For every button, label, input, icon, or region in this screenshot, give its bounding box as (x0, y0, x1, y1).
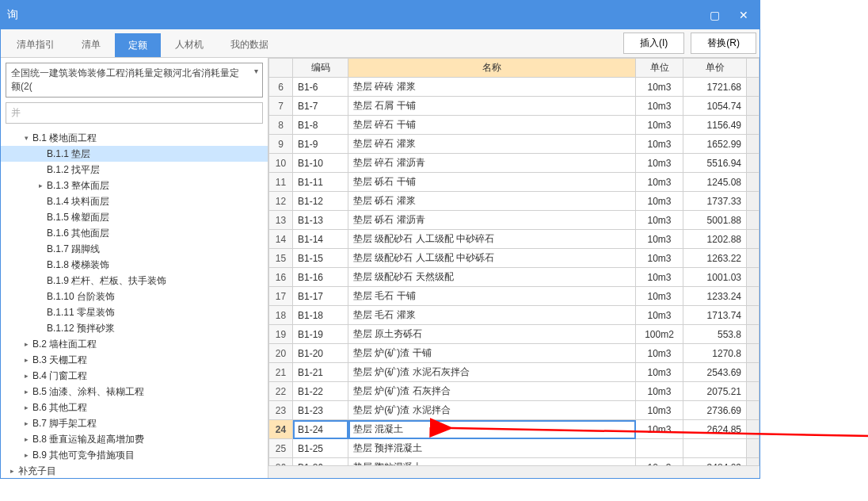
cell-price[interactable] (683, 439, 747, 458)
row-number[interactable]: 14 (269, 230, 293, 249)
cell-unit[interactable]: 10m3 (636, 401, 683, 420)
table-row[interactable]: 22B1-22垫层 炉(矿)渣 石灰拌合10m32075.21 (269, 382, 760, 401)
tree-item[interactable]: ▸B.5 油漆、涂料、裱糊工程 (1, 384, 268, 400)
expand-icon[interactable]: ▸ (7, 467, 17, 475)
cell-unit[interactable]: 10m3 (636, 249, 683, 268)
tree-item[interactable]: ▸B.4 门窗工程 (1, 368, 268, 384)
col-price[interactable]: 单价 (683, 59, 747, 78)
cell-price[interactable]: 1713.74 (683, 306, 747, 325)
cell-name[interactable]: 垫层 砾石 灌浆 (348, 192, 636, 211)
table-row[interactable]: 24B1-24垫层 混凝土10m32624.85 (269, 420, 760, 439)
row-number[interactable]: 17 (269, 287, 293, 306)
tree-item[interactable]: B.1.2 找平层 (1, 162, 268, 178)
col-code[interactable]: 编码 (293, 59, 348, 78)
col-name[interactable]: 名称 (348, 59, 636, 78)
tree-item[interactable]: B.1.11 零星装饰 (1, 304, 268, 320)
cell-name[interactable]: 垫层 炉(矿)渣 石灰拌合 (348, 382, 636, 401)
cell-unit[interactable]: 10m3 (636, 458, 683, 466)
tree-item[interactable]: B.1.9 栏杆、栏板、扶手装饰 (1, 273, 268, 289)
expand-icon[interactable]: ▸ (36, 182, 45, 189)
tree-item[interactable]: ▸B.8 垂直运输及超高增加费 (1, 431, 268, 447)
tab-mydata[interactable]: 我的数据 (218, 33, 281, 56)
row-number[interactable]: 24 (269, 420, 293, 439)
tree-item[interactable]: ▸B.1.3 整体面层 (1, 178, 268, 193)
tree-item[interactable]: B.1.5 橡塑面层 (1, 209, 268, 225)
table-row[interactable]: 21B1-21垫层 炉(矿)渣 水泥石灰拌合10m32543.69 (269, 363, 760, 382)
close-icon[interactable]: ✕ (734, 7, 753, 23)
expand-icon[interactable]: ▸ (21, 403, 31, 411)
table-row[interactable]: 18B1-18垫层 毛石 灌浆10m31713.74 (269, 306, 760, 325)
tree-item[interactable]: B.1.12 预拌砂浆 (1, 320, 268, 336)
expand-icon[interactable]: ▸ (21, 451, 31, 459)
data-grid[interactable]: 编码 名称 单位 单价 6B1-6垫层 碎砖 灌浆10m31721.687B1-… (268, 58, 760, 465)
table-row[interactable]: 20B1-20垫层 炉(矿)渣 干铺10m31270.8 (269, 344, 760, 363)
tree-item[interactable]: B.1.1 垫层 (1, 146, 268, 162)
tree-item[interactable]: B.1.4 块料面层 (1, 193, 268, 209)
cell-name[interactable]: 垫层 砾石 灌沥青 (348, 211, 636, 230)
expand-icon[interactable]: ▸ (21, 419, 31, 427)
cell-code[interactable]: B1-22 (293, 382, 348, 401)
table-row[interactable]: 11B1-11垫层 砾石 干铺10m31245.08 (269, 173, 760, 192)
cell-unit[interactable]: 10m3 (636, 211, 683, 230)
cell-name[interactable]: 垫层 碎石 灌浆 (348, 135, 636, 154)
table-row[interactable]: 16B1-16垫层 级配砂石 天然级配10m31001.03 (269, 268, 760, 287)
cell-code[interactable]: B1-20 (293, 344, 348, 363)
expand-icon[interactable]: ▸ (21, 435, 31, 443)
cell-price[interactable]: 5516.94 (683, 154, 747, 173)
row-number[interactable]: 11 (269, 173, 293, 192)
cell-unit[interactable]: 10m3 (636, 287, 683, 306)
cell-code[interactable]: B1-7 (293, 97, 348, 116)
row-number[interactable]: 9 (269, 135, 293, 154)
row-number[interactable]: 16 (269, 268, 293, 287)
cell-code[interactable]: B1-26 (293, 458, 348, 466)
row-number[interactable]: 21 (269, 363, 293, 382)
cell-price[interactable]: 1270.8 (683, 344, 747, 363)
cell-name[interactable]: 垫层 混凝土 (348, 420, 636, 439)
cell-name[interactable]: 垫层 预拌混凝土 (348, 439, 636, 458)
expand-icon[interactable]: ▸ (21, 388, 31, 396)
row-number[interactable]: 10 (269, 154, 293, 173)
cell-price[interactable]: 2543.69 (683, 363, 747, 382)
table-row[interactable]: 19B1-19垫层 原土夯砾石100m2553.8 (269, 325, 760, 344)
cell-unit[interactable]: 10m3 (636, 363, 683, 382)
cell-code[interactable]: B1-17 (293, 287, 348, 306)
cell-price[interactable]: 1245.08 (683, 173, 747, 192)
cell-unit[interactable]: 10m3 (636, 230, 683, 249)
row-number[interactable]: 25 (269, 439, 293, 458)
row-number[interactable]: 19 (269, 325, 293, 344)
cell-code[interactable]: B1-12 (293, 192, 348, 211)
cell-unit[interactable]: 10m3 (636, 382, 683, 401)
col-unit[interactable]: 单位 (636, 59, 683, 78)
cell-price[interactable]: 1156.49 (683, 116, 747, 135)
cell-code[interactable]: B1-25 (293, 439, 348, 458)
cell-code[interactable]: B1-24 (293, 420, 348, 439)
table-row[interactable]: 15B1-15垫层 级配砂石 人工级配 中砂砾石10m31263.22 (269, 249, 760, 268)
cell-name[interactable]: 垫层 毛石 干铺 (348, 287, 636, 306)
cell-name[interactable]: 垫层 陶粒混凝土 (348, 458, 636, 466)
cell-unit[interactable]: 10m3 (636, 116, 683, 135)
tree-item[interactable]: B.1.6 其他面层 (1, 225, 268, 241)
cell-unit[interactable]: 10m3 (636, 135, 683, 154)
table-row[interactable]: 10B1-10垫层 碎石 灌沥青10m35516.94 (269, 154, 760, 173)
row-number[interactable]: 20 (269, 344, 293, 363)
tab-quota[interactable]: 定额 (115, 33, 161, 57)
tree-item[interactable]: ▸补充子目 (1, 463, 268, 478)
row-number[interactable]: 12 (269, 192, 293, 211)
cell-price[interactable]: 1202.88 (683, 230, 747, 249)
row-number[interactable]: 8 (269, 116, 293, 135)
tree-item[interactable]: ▾B.1 楼地面工程 (1, 130, 268, 146)
tree-item[interactable]: ▸B.3 天棚工程 (1, 352, 268, 368)
cell-code[interactable]: B1-11 (293, 173, 348, 192)
insert-button[interactable]: 插入(I) (623, 33, 684, 54)
tab-list[interactable]: 清单 (69, 33, 113, 56)
row-number[interactable]: 23 (269, 401, 293, 420)
table-row[interactable]: 9B1-9垫层 碎石 灌浆10m31652.99 (269, 135, 760, 154)
horizontal-scrollbar[interactable] (268, 465, 760, 478)
cell-price[interactable]: 5001.88 (683, 211, 747, 230)
expand-icon[interactable]: ▸ (21, 356, 31, 364)
cell-unit[interactable] (636, 439, 683, 458)
cell-code[interactable]: B1-23 (293, 401, 348, 420)
tab-material[interactable]: 人材机 (162, 33, 216, 56)
cell-name[interactable]: 垫层 碎砖 灌浆 (348, 78, 636, 97)
tree-item[interactable]: ▸B.2 墙柱面工程 (1, 336, 268, 352)
